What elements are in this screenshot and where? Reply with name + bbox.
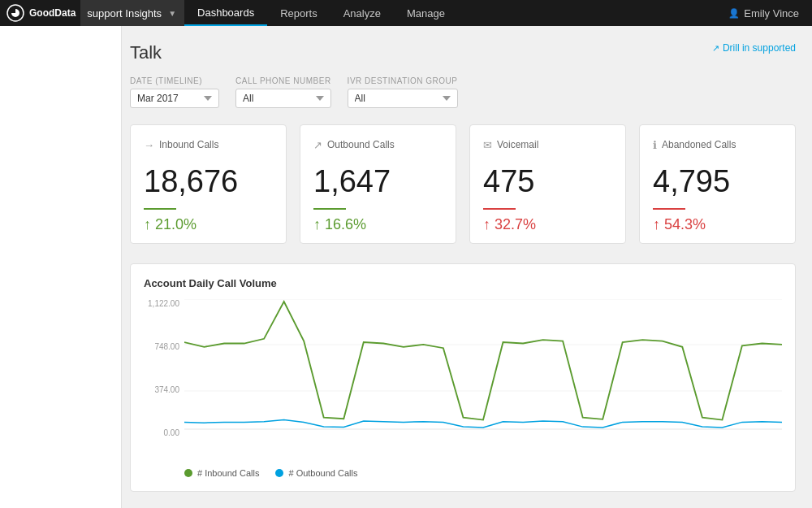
brand-name: support Insights [87, 7, 162, 20]
kpi-abandoned-label: Abandoned Calls [662, 139, 736, 150]
filters-row: DATE (TIMELINE) Mar 2017 CALL PHONE NUMB… [130, 76, 796, 108]
page-header: Talk ↗ Drill in supported [130, 42, 796, 63]
kpi-card-inbound: → Inbound Calls 18,676 ↑ 21.0% [130, 124, 287, 244]
kpi-inbound-divider [144, 208, 176, 210]
kpi-voicemail-label: Voicemail [497, 139, 538, 150]
nav-user-section[interactable]: 👤 Emily Vince [728, 7, 812, 20]
abandoned-icon: ℹ [653, 139, 657, 151]
voicemail-icon: ✉ [483, 139, 492, 151]
ivr-filter-label: IVR DESTINATION GROUP [348, 76, 458, 85]
kpi-card-outbound: ↗ Outbound Calls 1,647 ↑ 16.6% [300, 124, 456, 244]
page-title: Talk [130, 42, 162, 63]
chart-container: 1,122.00 748.00 374.00 0.00 03/01/201703… [144, 299, 782, 462]
inbound-icon: → [144, 139, 154, 151]
logo[interactable]: GoodData [6, 4, 76, 22]
nav-manage[interactable]: Manage [394, 0, 458, 26]
kpi-voicemail-change: ↑ 32.7% [483, 216, 612, 233]
sidebar [0, 26, 122, 508]
chart-plot: 03/01/201703/02/201703/03/201703/04/2017… [184, 299, 782, 437]
user-icon: 👤 [728, 8, 740, 19]
drill-link-label: Drill in supported [723, 42, 796, 54]
nav-dashboards[interactable]: Dashboards [184, 0, 267, 26]
kpi-outbound-value: 1,647 [313, 166, 443, 197]
kpi-row: → Inbound Calls 18,676 ↑ 21.0% ↗ Outboun… [130, 124, 796, 244]
phone-filter-label: CALL PHONE NUMBER [235, 76, 331, 85]
kpi-voicemail-value: 475 [483, 166, 612, 197]
nav-links: Dashboards Reports Analyze Manage [184, 0, 458, 26]
y-label-mid1: 748.00 [154, 342, 179, 351]
kpi-voicemail-header: ✉ Voicemail [483, 137, 612, 153]
gooddata-logo-icon [6, 4, 24, 22]
kpi-outbound-divider [313, 208, 346, 210]
brand-section[interactable]: support Insights ▼ [80, 0, 184, 26]
kpi-abandoned-header: ℹ Abandoned Calls [653, 137, 782, 153]
drill-link-icon: ↗ [712, 43, 719, 54]
kpi-card-abandoned: ℹ Abandoned Calls 4,795 ↑ 54.3% [639, 124, 796, 244]
chart-title: Account Daily Call Volume [144, 277, 782, 289]
date-filter-group: DATE (TIMELINE) Mar 2017 [130, 76, 219, 108]
kpi-inbound-header: → Inbound Calls [144, 137, 273, 153]
user-name: Emily Vince [744, 7, 799, 20]
y-label-mid2: 374.00 [154, 385, 179, 394]
ivr-filter-select[interactable]: All [348, 89, 458, 108]
kpi-outbound-label: Outbound Calls [327, 139, 395, 150]
legend-outbound: # Outbound Calls [275, 468, 357, 478]
chart-legend: # Inbound Calls # Outbound Calls [144, 468, 782, 478]
date-filter-select[interactable]: Mar 2017 [130, 89, 219, 108]
legend-outbound-label: # Outbound Calls [288, 468, 357, 478]
drill-in-link[interactable]: ↗ Drill in supported [712, 42, 796, 54]
legend-inbound-label: # Inbound Calls [197, 468, 259, 478]
kpi-abandoned-divider [653, 208, 685, 210]
outbound-icon: ↗ [313, 139, 322, 151]
y-label-bottom: 0.00 [164, 428, 179, 437]
y-label-top: 1,122.00 [148, 299, 179, 308]
ivr-filter-group: IVR DESTINATION GROUP All [348, 76, 458, 108]
top-navigation: GoodData support Insights ▼ Dashboards R… [0, 0, 812, 26]
phone-filter-select[interactable]: All [235, 89, 331, 108]
chart-section: Account Daily Call Volume 1,122.00 748.0… [130, 263, 796, 492]
kpi-inbound-value: 18,676 [144, 166, 273, 197]
kpi-abandoned-change: ↑ 54.3% [653, 216, 782, 233]
kpi-inbound-label: Inbound Calls [159, 139, 218, 150]
date-filter-label: DATE (TIMELINE) [130, 76, 219, 85]
nav-reports[interactable]: Reports [267, 0, 330, 26]
logo-text: GoodData [29, 7, 76, 19]
brand-dropdown-icon: ▼ [168, 9, 176, 18]
kpi-abandoned-value: 4,795 [653, 166, 782, 197]
kpi-inbound-change: ↑ 21.0% [144, 216, 273, 233]
main-content: Talk ↗ Drill in supported DATE (TIMELINE… [0, 26, 812, 508]
chart-y-axis: 1,122.00 748.00 374.00 0.00 [144, 299, 184, 437]
kpi-outbound-change: ↑ 16.6% [313, 216, 443, 233]
nav-analyze[interactable]: Analyze [330, 0, 394, 26]
kpi-card-voicemail: ✉ Voicemail 475 ↑ 32.7% [469, 124, 626, 244]
chart-svg: 03/01/201703/02/201703/03/201703/04/2017… [184, 299, 782, 437]
legend-inbound: # Inbound Calls [184, 468, 259, 478]
legend-outbound-dot [275, 469, 283, 477]
phone-filter-group: CALL PHONE NUMBER All [235, 76, 331, 108]
kpi-voicemail-divider [483, 208, 516, 210]
kpi-outbound-header: ↗ Outbound Calls [313, 137, 443, 153]
legend-inbound-dot [184, 469, 192, 477]
